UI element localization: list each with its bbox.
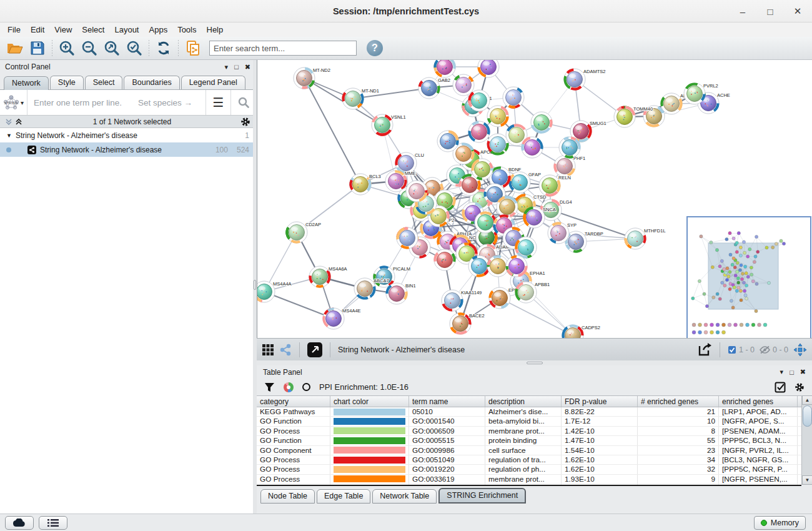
string-term-input[interactable]: Enter one term per line. <box>34 98 122 107</box>
share-view-icon[interactable] <box>279 344 292 356</box>
network-node-phf1[interactable]: PHF1 <box>554 156 585 177</box>
network-node[interactable] <box>468 256 490 277</box>
gear-icon[interactable] <box>795 382 805 392</box>
close-icon[interactable]: ✕ <box>792 6 803 17</box>
save-session-button[interactable] <box>29 39 46 57</box>
selected-checkbox-icon[interactable] <box>728 345 736 354</box>
network-node-tardbp[interactable]: TARDBP <box>565 231 603 252</box>
network-node[interactable] <box>468 121 490 142</box>
tab-style[interactable]: Style <box>50 76 84 89</box>
menu-select[interactable]: Select <box>77 24 109 36</box>
network-node-gab2[interactable]: GAB2 <box>418 77 450 99</box>
network-node-kiaa1149[interactable]: KIAA1149 <box>442 290 482 311</box>
network-node[interactable] <box>478 60 499 77</box>
panel-maximize-icon[interactable]: □ <box>234 63 239 71</box>
network-node-bcl3[interactable]: BCL3 <box>350 174 381 195</box>
tree-collapse-icon[interactable]: ▼ <box>6 132 12 139</box>
network-node-mthfd1l[interactable]: MTHFD1L <box>625 228 666 249</box>
network-collection-row[interactable]: ▼ String Network - Alzheimer's disease 1 <box>0 128 255 142</box>
network-node[interactable] <box>503 87 524 108</box>
table-row[interactable]: GO ProcessGO:0033619membrane prot...1.93… <box>257 475 801 484</box>
table-row[interactable]: GO ProcessGO:0006509membrane prot...1.42… <box>257 427 801 436</box>
panel-float-icon[interactable]: ▾ <box>780 368 784 376</box>
network-node-vsnl1[interactable]: VSNL1 <box>372 114 406 136</box>
fullscreen-network-icon[interactable] <box>307 342 322 357</box>
column-header-enriched-genes[interactable]: enriched genes <box>719 396 798 407</box>
menu-view[interactable]: View <box>49 24 77 36</box>
menu-file[interactable]: File <box>2 24 26 36</box>
collapse-expand-icons[interactable] <box>5 118 24 126</box>
menu-apps[interactable]: Apps <box>144 24 173 36</box>
network-node-ms4a6a[interactable]: MS4A6A <box>309 266 347 287</box>
network-node[interactable] <box>487 106 508 127</box>
menu-tools[interactable]: Tools <box>172 24 201 36</box>
birdseye-view-panel[interactable] <box>686 216 811 338</box>
network-node-cadps2[interactable]: CADPS2 <box>562 325 600 338</box>
column-header-description[interactable]: description <box>485 396 562 407</box>
network-node[interactable] <box>437 131 458 152</box>
menu-edit[interactable]: Edit <box>26 24 49 36</box>
network-node[interactable] <box>497 196 518 217</box>
column-header--enriched-genes[interactable]: # enriched genes <box>638 396 719 407</box>
select-columns-icon[interactable] <box>775 382 786 393</box>
network-node[interactable] <box>487 134 508 155</box>
network-node[interactable] <box>397 227 418 249</box>
table-vertical-scrollbar[interactable]: ▲ ▼ <box>801 395 812 485</box>
table-row[interactable]: KEGG Pathways05010Alzheimer's dise...8.8… <box>257 407 801 417</box>
tab-node-table[interactable]: Node Table <box>260 489 315 504</box>
filter-icon[interactable] <box>264 382 275 392</box>
panel-close-icon[interactable]: ✖ <box>800 368 806 376</box>
network-node[interactable] <box>515 237 537 258</box>
network-node[interactable] <box>487 256 508 277</box>
tab-boundaries[interactable]: Boundaries <box>124 76 179 89</box>
network-node-gfap[interactable]: GFAP <box>509 172 541 193</box>
tab-edge-table[interactable]: Edge Table <box>317 489 370 504</box>
network-node[interactable] <box>475 212 496 233</box>
zoom-selected-button[interactable] <box>126 39 143 57</box>
network-node[interactable] <box>434 249 455 270</box>
clone-network-button[interactable] <box>184 39 202 57</box>
network-node[interactable] <box>406 181 427 202</box>
network-node[interactable] <box>468 90 490 111</box>
table-row[interactable]: GO ComponentGO:0009986cell surface1.54E-… <box>257 446 801 455</box>
network-node[interactable] <box>559 137 580 158</box>
panel-maximize-icon[interactable]: □ <box>790 369 794 376</box>
column-header-FDR-p-value[interactable]: FDR p-value <box>562 396 638 407</box>
network-node-ms4a4e[interactable]: MS4A4E <box>323 308 361 329</box>
table-row[interactable]: GO ProcessGO:0019220regulation of ph...1… <box>257 465 801 474</box>
ring-chart-icon[interactable] <box>302 383 310 391</box>
tab-string-enrichment[interactable]: STRING Enrichment <box>438 488 526 504</box>
task-list-button[interactable] <box>39 516 67 530</box>
chart-icon[interactable] <box>284 382 294 392</box>
set-species-link[interactable]: Set species → <box>138 98 192 107</box>
tab-network-table[interactable]: Network Table <box>372 489 437 504</box>
scroll-up-icon[interactable]: ▲ <box>802 395 812 405</box>
network-node-ms4a4a[interactable]: MS4A4A <box>257 281 292 302</box>
string-logo-icon[interactable]: STRING ▾ <box>0 90 27 115</box>
zoom-in-button[interactable] <box>58 39 76 57</box>
scrollbar-thumb[interactable] <box>803 405 812 427</box>
scroll-down-icon[interactable]: ▼ <box>802 475 812 485</box>
network-node-cd2ap[interactable]: CD2AP <box>286 222 321 243</box>
zoom-out-button[interactable] <box>81 39 98 57</box>
open-session-button[interactable] <box>6 39 24 57</box>
menu-help[interactable]: Help <box>202 24 229 36</box>
network-canvas[interactable]: MT-ND2MT-ND1VSNL1GAB2IRS1CHATABCA1ACHEAD… <box>257 60 812 338</box>
network-node-bace2[interactable]: BACE2 <box>450 313 485 334</box>
column-header-category[interactable]: category <box>257 396 330 407</box>
automation-cloud-button[interactable] <box>5 516 34 530</box>
network-row[interactable]: String Network - Alzheimer's disease 100… <box>0 142 255 157</box>
memory-button[interactable]: Memory <box>754 516 806 530</box>
tab-legend-panel[interactable]: Legend Panel <box>181 76 245 89</box>
export-network-icon[interactable] <box>697 342 712 357</box>
table-splitter[interactable] <box>257 360 812 365</box>
network-node-reln[interactable]: RELN <box>539 175 571 196</box>
gear-icon[interactable] <box>240 117 250 127</box>
network-node[interactable] <box>472 159 493 180</box>
eye-off-icon[interactable] <box>760 345 770 354</box>
table-row[interactable]: GO FunctionGO:0001540beta-amyloid bi...1… <box>257 417 801 426</box>
column-header-term-name[interactable]: term name <box>409 396 485 407</box>
network-node[interactable] <box>522 137 543 158</box>
menu-layout[interactable]: Layout <box>109 24 144 36</box>
table-row[interactable]: GO ProcessGO:0051049regulation of tra...… <box>257 455 801 465</box>
